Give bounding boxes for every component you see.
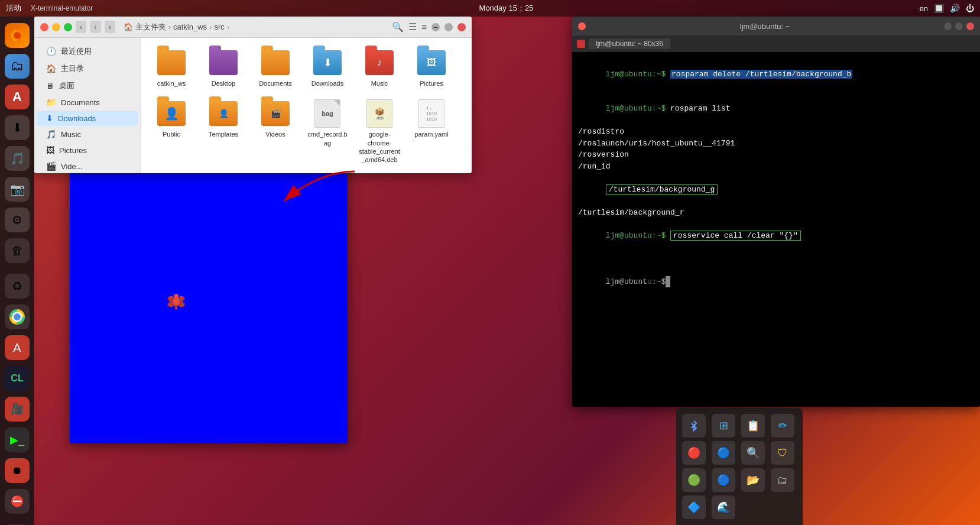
dock-item-recorder[interactable]: 🎥: [0, 395, 34, 423]
tray-bluetooth[interactable]: [682, 414, 706, 438]
fm-sidebar-home[interactable]: 🏠 主目录: [37, 60, 138, 77]
pictures-sidebar-icon: 🖼: [46, 145, 54, 155]
dock-item-trash[interactable]: 🗑: [0, 236, 34, 265]
tray-screenshot[interactable]: 📋: [741, 414, 765, 438]
fm-path-home[interactable]: 🏠 主文件夹: [124, 22, 166, 33]
term-min-btn[interactable]: [944, 22, 952, 30]
volume-icon[interactable]: 🔊: [950, 4, 960, 13]
fm-win-restore[interactable]: [444, 23, 453, 31]
dock-item-clion[interactable]: CL: [0, 364, 34, 393]
music-sidebar-icon: 🎵: [46, 129, 56, 139]
file-item-desktop[interactable]: Desktop: [200, 45, 247, 91]
svg-point-16: [175, 305, 177, 310]
dock-item-chrome[interactable]: [0, 303, 34, 331]
fm-sidebar-videos[interactable]: 🎬 Vide...: [37, 158, 138, 173]
dock-item-downloads[interactable]: ⬇: [0, 114, 34, 142]
file-item-deb[interactable]: 📦 .deb google-chrome-stable_current_amd6…: [356, 96, 403, 167]
file-item-templates[interactable]: 👤 Templates: [200, 96, 247, 167]
file-item-yaml[interactable]: 1 -10101010 param.yaml: [408, 96, 455, 167]
power-icon[interactable]: ⏻: [966, 4, 974, 13]
dock-item-recycle[interactable]: ♻: [0, 272, 34, 300]
terminal-body[interactable]: ljm@ubuntu:~$ rosparam delete /turtlesim…: [572, 52, 980, 407]
templates-file-icon: 👤: [209, 99, 238, 128]
tray-blue2[interactable]: 🔷: [682, 495, 706, 519]
fm-sidebar-downloads[interactable]: ⬇ Downloads: [37, 111, 138, 126]
tray-windows[interactable]: ⊞: [712, 414, 735, 438]
dock-item-firefox[interactable]: [0, 21, 34, 50]
fm-sidebar-recent-label: 最近使用: [61, 46, 92, 57]
tray-wave[interactable]: 🌊: [712, 495, 735, 519]
fm-sidebar-pictures[interactable]: 🖼 Pictures: [37, 142, 138, 158]
tray-folder[interactable]: 📂: [741, 468, 765, 492]
term-line-2: ljm@ubuntu:~$ rosparam list: [578, 92, 974, 127]
fm-search-btn[interactable]: 🔍: [392, 21, 404, 33]
term-line-6: /run_id: [578, 161, 974, 173]
term-max-btn[interactable]: [955, 22, 963, 30]
file-item-bag[interactable]: bag cmd_record.bag: [304, 96, 351, 167]
tray-microsoft[interactable]: 🔵: [712, 441, 735, 465]
dock-item-recorder2[interactable]: ⏺: [0, 456, 34, 485]
tray-grid[interactable]: 🗂: [771, 468, 794, 492]
fm-close-btn[interactable]: [40, 23, 48, 31]
fm-path-catkin[interactable]: catkin_ws: [173, 22, 207, 31]
term-tab-indicator: [577, 40, 585, 48]
fm-sidebar-recent[interactable]: 🕐 最近使用: [37, 43, 138, 60]
dock-item-music[interactable]: 🎵: [0, 144, 34, 173]
tray-pen[interactable]: ✏: [771, 414, 794, 438]
dock-item-terminal[interactable]: ▶_: [0, 426, 34, 454]
tray-shield[interactable]: 🛡: [771, 441, 794, 465]
fm-win-min[interactable]: ─: [431, 23, 440, 31]
fm-view-btn[interactable]: ☰: [408, 21, 417, 33]
term-line-4: /roslaunch/uris/host_ubuntu__41791: [578, 138, 974, 150]
term-close-btn[interactable]: [578, 22, 586, 30]
public-label: Public: [163, 130, 180, 138]
fm-back-btn[interactable]: ‹: [76, 21, 86, 33]
fm-max-btn[interactable]: [64, 23, 72, 31]
tray-search[interactable]: 🔍: [741, 441, 765, 465]
topbar-left: 活动 X-terminal-emulator: [6, 3, 93, 14]
fm-sidebar-desktop[interactable]: 🖥 桌面: [37, 77, 138, 94]
fm-sidebar-documents[interactable]: 📁 Documents: [37, 95, 138, 110]
lang-indicator[interactable]: en: [920, 4, 928, 13]
fm-win-close[interactable]: [457, 23, 466, 31]
fm-sidebar-downloads-label: Downloads: [58, 114, 96, 123]
file-item-public[interactable]: 👤 Public: [148, 96, 195, 167]
file-item-documents[interactable]: Documents: [252, 45, 299, 91]
file-item-music[interactable]: ♪ Music: [356, 45, 403, 91]
fm-path-src[interactable]: src: [214, 22, 224, 31]
camera-icon: 📷: [5, 177, 30, 202]
tray-green[interactable]: 🟢: [682, 468, 706, 492]
fm-menu-btn[interactable]: ≡: [421, 22, 427, 33]
dock-item-settings[interactable]: ⚙: [0, 206, 34, 234]
bag-file-icon: bag: [313, 99, 342, 128]
dock-item-updater[interactable]: A: [0, 333, 34, 362]
tray-teams[interactable]: 🔵: [712, 468, 735, 492]
term-close-x-btn[interactable]: [966, 22, 974, 30]
dock-item-apps[interactable]: ⋮⋮⋮: [0, 523, 34, 525]
settings-icon: ⚙: [5, 208, 30, 232]
fm-sidebar-music[interactable]: 🎵 Music: [37, 127, 138, 142]
dock-item-texteditor[interactable]: A: [0, 83, 34, 111]
file-item-videos[interactable]: 🎬 Videos: [252, 96, 299, 167]
fm-forward-btn[interactable]: ›: [90, 21, 100, 33]
file-item-catkin-ws[interactable]: catkin_ws: [148, 45, 195, 91]
dock-item-files[interactable]: 🗂: [0, 52, 34, 80]
dock-item-camera[interactable]: 📷: [0, 175, 34, 203]
terminal-tab-main[interactable]: ljm@ubuntu: ~ 80x36: [589, 38, 670, 49]
fm-sidebar-home-label: 主目录: [61, 63, 84, 74]
file-item-pictures[interactable]: 🖼 Pictures: [408, 45, 455, 91]
fm-min-btn[interactable]: [52, 23, 60, 31]
activities-label[interactable]: 活动: [6, 3, 21, 14]
terminal-icon: ▶_: [5, 427, 30, 452]
recorder-icon: 🎥: [5, 397, 30, 422]
dock-item-stop[interactable]: ⛔: [0, 487, 34, 516]
deb-file-icon: 📦 .deb: [365, 99, 394, 128]
tray-red-app[interactable]: 🔴: [682, 441, 706, 465]
updater-icon: A: [5, 335, 30, 360]
network-icon: 🔲: [934, 4, 944, 13]
file-item-downloads[interactable]: ⬇ Downloads: [304, 45, 351, 91]
svg-point-15: [174, 294, 179, 299]
music-icon: 🎵: [5, 146, 30, 171]
fm-up-btn[interactable]: ‹: [105, 21, 115, 33]
home-icon: 🏠: [46, 64, 56, 73]
